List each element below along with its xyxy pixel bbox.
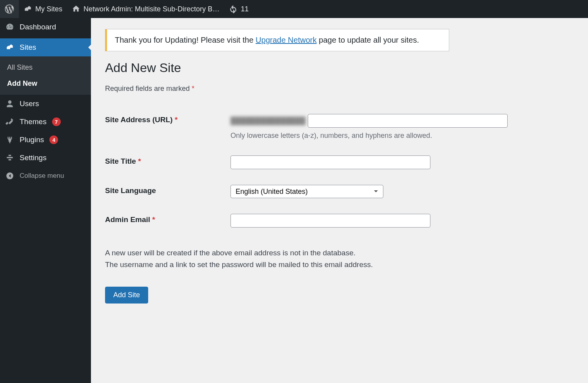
sidebar-submenu-sites: All Sites Add New [0,56,91,95]
page-title: Add New Site [105,61,577,75]
site-title-label: Site Title [105,157,138,165]
houses-icon [24,5,32,13]
sidebar-subitem-all-sites[interactable]: All Sites [0,60,91,76]
wordpress-logo-icon [5,4,14,14]
settings-icon [5,154,14,162]
themes-icon [5,117,14,126]
network-admin-label: Network Admin: Multisite Sub-Directory B… [83,5,220,13]
submenu-label: Add New [7,79,37,87]
site-title-label-cell: Site Title * [105,148,230,177]
upgrade-network-link[interactable]: Upgrade Network [256,36,317,44]
admin-email-help: A new user will be created if the above … [105,247,577,271]
sidebar-item-label: Users [20,99,39,108]
admin-email-label-cell: Admin Email * [105,206,230,235]
home-icon [72,5,80,13]
my-sites-label: My Sites [35,5,62,13]
update-icon [229,5,238,13]
site-address-label-cell: Site Address (URL) * [105,106,230,148]
upgrade-notice: Thank you for Updating! Please visit the… [105,29,449,51]
notice-text-after: page to update all your sites. [317,36,419,44]
required-fields-note: Required fields are marked * [105,85,577,93]
admin-email-input[interactable] [230,214,430,228]
my-sites-item[interactable]: My Sites [19,0,67,18]
plugins-badge: 4 [49,135,58,144]
help-line-1: A new user will be created if the above … [105,249,356,257]
sidebar-item-dashboard[interactable]: Dashboard [0,18,91,36]
plugins-icon [5,135,14,144]
sidebar-item-plugins[interactable]: Plugins 4 [0,131,91,149]
sidebar-subitem-add-new[interactable]: Add New [0,76,91,92]
sidebar-item-label: Themes [20,117,47,126]
site-address-label: Site Address (URL) [105,116,175,124]
site-address-prefix: ███████████████ [230,117,308,125]
site-address-description: Only lowercase letters (a-z), numbers, a… [230,132,573,140]
site-language-label: Site Language [105,186,156,195]
admin-toolbar: My Sites Network Admin: Multisite Sub-Di… [0,0,588,18]
site-language-select[interactable]: English (United States) [230,185,383,198]
add-site-button[interactable]: Add Site [105,287,148,304]
submenu-label: All Sites [7,63,33,71]
sidebar-item-users[interactable]: Users [0,95,91,113]
sidebar-item-themes[interactable]: Themes 7 [0,113,91,131]
updates-item[interactable]: 11 [224,0,253,18]
dashboard-icon [5,23,14,31]
main-body: Thank you for Updating! Please visit the… [91,0,588,319]
required-asterisk: * [152,215,155,224]
sidebar-item-label: Dashboard [20,23,56,31]
themes-badge: 7 [52,117,61,126]
required-asterisk: * [138,157,141,165]
site-language-label-cell: Site Language [105,177,230,206]
main-content: Thank you for Updating! Please visit the… [91,18,588,319]
sidebar-collapse-label: Collapse menu [20,172,64,180]
users-icon [5,99,14,108]
help-line-2: The username and a link to set the passw… [105,260,373,269]
site-address-input[interactable] [308,114,508,128]
required-note-text: Required fields are marked [105,85,192,92]
admin-sidebar: Dashboard Sites All Sites Add New Users … [0,18,91,383]
network-admin-item[interactable]: Network Admin: Multisite Sub-Directory B… [67,0,224,18]
add-site-form: Site Address (URL) * ███████████████ Onl… [105,106,577,235]
sidebar-item-sites[interactable]: Sites [0,38,91,56]
sidebar-item-settings[interactable]: Settings [0,149,91,167]
required-asterisk: * [175,116,178,124]
sidebar-item-label: Plugins [20,135,44,144]
required-asterisk: * [192,85,194,92]
sidebar-item-label: Sites [20,43,36,52]
collapse-icon [5,172,14,180]
notice-text-before: Thank you for Updating! Please visit the [115,36,256,44]
sidebar-item-label: Settings [20,154,47,162]
sidebar-collapse[interactable]: Collapse menu [0,167,91,185]
site-title-input[interactable] [230,155,430,169]
updates-count: 11 [241,5,249,13]
wordpress-logo-item[interactable] [0,0,19,18]
sites-icon [5,43,14,52]
admin-email-label: Admin Email [105,215,152,224]
